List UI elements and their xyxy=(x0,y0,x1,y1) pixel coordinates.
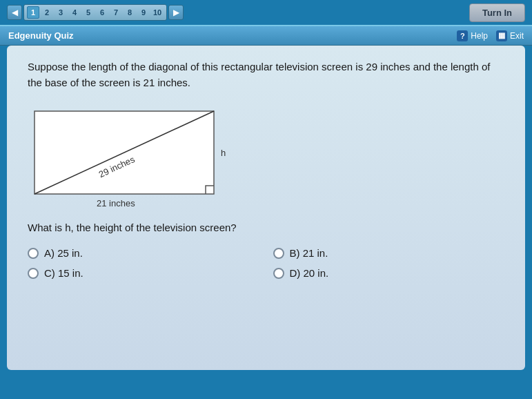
quiz-nav-right: ? Help ▦ Exit xyxy=(457,30,524,41)
answer-option-d[interactable]: D) 20 in. xyxy=(273,267,505,279)
diagram-container: 29 inches 21 inches h xyxy=(28,104,504,208)
quiz-header-bar: Edgenuity Quiz ? Help ▦ Exit xyxy=(0,25,532,46)
help-icon: ? xyxy=(457,30,468,41)
page-num-10[interactable]: 10 xyxy=(151,6,164,19)
page-num-2[interactable]: 2 xyxy=(41,6,53,19)
page-num-3[interactable]: 3 xyxy=(55,6,67,19)
answers-grid: A) 25 in. B) 21 in. C) 15 in. D) 20 in. xyxy=(28,247,504,279)
question-prompt: What is h, the height of the television … xyxy=(28,222,504,233)
answer-c-label: C) 15 in. xyxy=(44,267,83,279)
answer-option-a[interactable]: A) 25 in. xyxy=(28,247,259,259)
page-num-4[interactable]: 4 xyxy=(68,6,81,19)
radio-c[interactable] xyxy=(28,268,39,279)
turn-in-button[interactable]: Turn In xyxy=(469,3,525,22)
quiz-title: Edgenuity Quiz xyxy=(8,30,74,41)
tv-diagram-svg: 29 inches 21 inches h xyxy=(28,104,262,208)
help-label: Help xyxy=(471,31,488,41)
answer-option-c[interactable]: C) 15 in. xyxy=(28,267,259,279)
svg-text:h: h xyxy=(221,148,226,158)
prev-arrow-button[interactable]: ◀ xyxy=(7,5,22,20)
next-arrow-button[interactable]: ▶ xyxy=(168,5,184,20)
page-navigation: ◀ 1 2 3 4 5 6 7 8 9 10 ▶ xyxy=(7,4,184,21)
bottom-area xyxy=(0,370,532,399)
top-navigation-bar: ◀ 1 2 3 4 5 6 7 8 9 10 ▶ Turn In xyxy=(0,0,532,25)
page-numbers-container: 1 2 3 4 5 6 7 8 9 10 xyxy=(23,4,167,21)
main-content-area: Suppose the length of the diagonal of th… xyxy=(7,46,525,370)
exit-button[interactable]: ▦ Exit xyxy=(496,30,524,41)
answer-b-label: B) 21 in. xyxy=(290,247,328,259)
page-num-5[interactable]: 5 xyxy=(82,6,95,19)
answer-a-label: A) 25 in. xyxy=(44,247,83,259)
page-num-7[interactable]: 7 xyxy=(110,6,122,19)
answer-option-b[interactable]: B) 21 in. xyxy=(273,247,505,259)
svg-text:21 inches: 21 inches xyxy=(97,198,135,208)
page-num-1[interactable]: 1 xyxy=(27,6,39,19)
radio-d[interactable] xyxy=(273,268,284,279)
question-text: Suppose the length of the diagonal of th… xyxy=(28,59,504,90)
page-num-8[interactable]: 8 xyxy=(124,6,136,19)
radio-a[interactable] xyxy=(28,248,39,259)
answer-d-label: D) 20 in. xyxy=(290,267,329,279)
exit-label: Exit xyxy=(510,31,524,41)
page-num-6[interactable]: 6 xyxy=(96,6,108,19)
page-num-9[interactable]: 9 xyxy=(137,6,150,19)
help-button[interactable]: ? Help xyxy=(457,30,488,41)
radio-b[interactable] xyxy=(273,248,284,259)
exit-icon: ▦ xyxy=(496,30,507,41)
